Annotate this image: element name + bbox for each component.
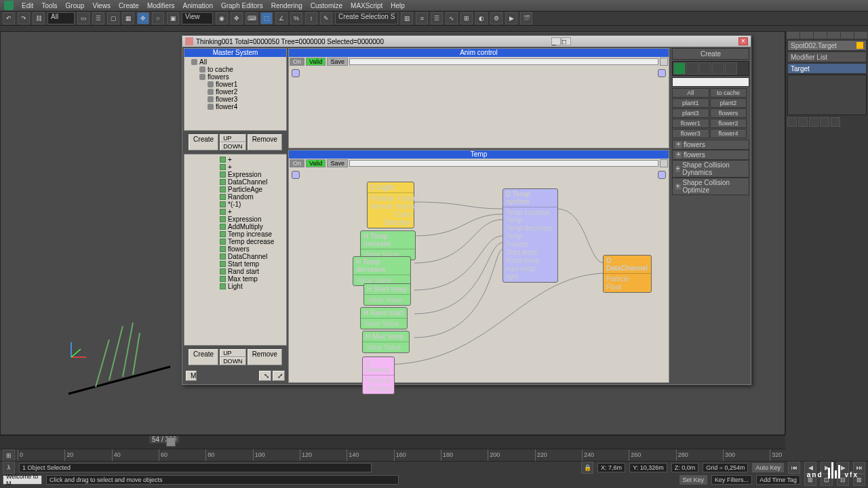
timeconfig-icon[interactable]: ⊞ — [3, 449, 15, 462]
tree-item[interactable]: flowers — [186, 73, 285, 81]
rect-select-icon[interactable]: ▢ — [107, 12, 119, 24]
expand-icon[interactable]: ⤢ — [273, 371, 285, 381]
operator-item[interactable]: Expression — [186, 216, 285, 223]
cat-4-icon[interactable] — [712, 62, 724, 75]
operator-item[interactable]: Start temp — [186, 260, 285, 268]
menu-tools[interactable]: Tools — [41, 2, 57, 9]
create-group-button[interactable]: Create — [189, 134, 218, 150]
cat-2-icon[interactable] — [686, 62, 698, 75]
play-start-icon[interactable]: ⏮ — [788, 462, 800, 474]
create-category-icons[interactable] — [672, 61, 749, 76]
node-d-tempsystem[interactable]: D Temp system Temp increase TempTemp dec… — [502, 188, 558, 283]
x-coord[interactable]: X: 7,6m — [597, 463, 625, 472]
tree-item[interactable]: All — [186, 58, 285, 66]
remove-op-button[interactable]: Remove — [248, 349, 282, 365]
tree-item[interactable]: flower1 — [186, 81, 285, 88]
up-button[interactable]: UP — [220, 134, 246, 142]
render-frame-icon[interactable]: ▶ — [505, 12, 517, 24]
operator-item[interactable]: Random — [186, 193, 285, 201]
timeline[interactable]: ⊞ 02040608010012014016018020022024026028… — [0, 449, 785, 461]
operator-item[interactable]: Temp decrease — [186, 238, 285, 245]
group-cell[interactable]: plant3 — [672, 108, 709, 118]
group-cell[interactable]: to cache — [710, 88, 747, 98]
addtimetag-button[interactable]: Add Time Tag — [756, 475, 800, 485]
group-cell[interactable]: flower1 — [672, 119, 709, 128]
operator-item[interactable]: Rand start — [186, 268, 285, 275]
anim-show-icon[interactable] — [660, 58, 668, 66]
menu-help[interactable]: Help — [391, 2, 405, 9]
maximize-icon[interactable]: □ — [561, 37, 571, 45]
temp-on-button[interactable]: On — [290, 159, 304, 167]
group-cell[interactable]: flower4 — [710, 129, 747, 138]
angle-snap-icon[interactable]: ∠ — [275, 12, 288, 24]
operator-item[interactable]: DataChannel — [186, 253, 285, 260]
scale-icon[interactable]: ▣ — [167, 12, 179, 24]
window-crossing-icon[interactable]: ▦ — [122, 12, 134, 24]
main-menubar[interactable]: Edit Tools Group Views Create Modifiers … — [0, 0, 868, 11]
snap-icon[interactable]: ⬚ — [260, 12, 273, 24]
tree-item[interactable]: to cache — [186, 66, 285, 73]
group-cell[interactable]: flowers — [710, 108, 747, 118]
operator-item[interactable]: flowers — [186, 245, 285, 253]
spinner-snap-icon[interactable]: ↕ — [305, 12, 317, 24]
operator-item[interactable]: DataChannel — [186, 178, 285, 186]
create-op-button[interactable]: Create — [189, 349, 218, 365]
temp-input-port[interactable] — [292, 171, 300, 179]
pin-stack-icon[interactable] — [787, 117, 797, 127]
cat-1-icon[interactable] — [673, 62, 686, 75]
modifier-stack[interactable] — [787, 75, 867, 115]
time-slider-thumb[interactable] — [166, 437, 176, 447]
curve-editor-icon[interactable]: ∿ — [446, 12, 458, 24]
setkey-button[interactable]: Set Key — [679, 475, 708, 485]
node-h-rand-start[interactable]: H Rand start Value Value — [360, 307, 408, 329]
tree-item[interactable]: flower3 — [186, 96, 285, 103]
operator-item[interactable]: Expression — [186, 171, 285, 178]
operator-item[interactable]: *(-1) — [186, 201, 285, 208]
operator-item[interactable]: Temp increase — [186, 230, 285, 238]
color-swatch[interactable] — [856, 42, 863, 49]
down-op-button[interactable]: DOWN — [220, 357, 246, 365]
menu-customize[interactable]: Customize — [311, 2, 342, 9]
menu-grapheditors[interactable]: Graph Editors — [221, 2, 263, 9]
menu-group[interactable]: Group — [66, 2, 85, 9]
render-icon[interactable]: 🎬 — [520, 12, 532, 24]
operator-item[interactable]: Light — [186, 283, 285, 290]
down-button[interactable]: DOWN — [220, 142, 246, 150]
select-icon[interactable]: ▭ — [77, 12, 90, 24]
temp-output-port[interactable] — [658, 171, 666, 179]
collapse-icon[interactable]: ⤡ — [259, 371, 271, 381]
select-manip-icon[interactable]: ✥ — [231, 12, 243, 24]
object-name[interactable]: Spot002.Target — [787, 40, 867, 51]
group-cell[interactable]: All — [672, 88, 709, 98]
node-o-datachannel[interactable]: O DataChannel ParticleFloat — [603, 255, 652, 293]
modifier-stack-item[interactable]: Target — [787, 63, 867, 74]
operator-item[interactable]: + — [186, 156, 285, 163]
redo-icon[interactable]: ↷ — [18, 12, 30, 24]
rotate-icon[interactable]: ○ — [152, 12, 164, 24]
lock-icon[interactable]: 🔒 — [581, 462, 593, 474]
layers-icon[interactable]: ☰ — [431, 12, 443, 24]
dynset-row[interactable]: +Shape Collision Optimize — [672, 178, 749, 195]
selection-filter[interactable]: All — [47, 12, 75, 24]
anim-valid-button[interactable]: Valid — [306, 58, 326, 66]
anim-output-port[interactable] — [658, 69, 666, 77]
anim-save-button[interactable]: Save — [327, 58, 348, 66]
autokey-button[interactable]: Auto Key — [752, 463, 784, 472]
menu-views[interactable]: Views — [92, 2, 111, 9]
anim-canvas[interactable] — [289, 66, 669, 146]
menu-rendering[interactable]: Rendering — [271, 2, 302, 9]
menu-create[interactable]: Create — [119, 2, 139, 9]
cat-5-icon[interactable] — [725, 62, 737, 75]
trackbar[interactable]: 54 / 330 — [0, 435, 785, 449]
anim-name-field[interactable] — [349, 58, 658, 65]
configure-icon[interactable] — [831, 117, 840, 127]
align-icon[interactable]: ≡ — [416, 12, 428, 24]
material-editor-icon[interactable]: ◐ — [475, 12, 488, 24]
group-cell[interactable]: flower2 — [710, 119, 747, 128]
keyboard-shortcut-icon[interactable]: ⌨ — [245, 12, 258, 24]
maxscript-mini-icon[interactable]: λ — [3, 462, 15, 474]
mirror-icon[interactable]: ▥ — [401, 12, 413, 24]
schematic-icon[interactable]: ⊞ — [460, 12, 473, 24]
anim-on-button[interactable]: On — [290, 58, 304, 66]
menu-maxscript[interactable]: MAXScript — [351, 2, 382, 9]
